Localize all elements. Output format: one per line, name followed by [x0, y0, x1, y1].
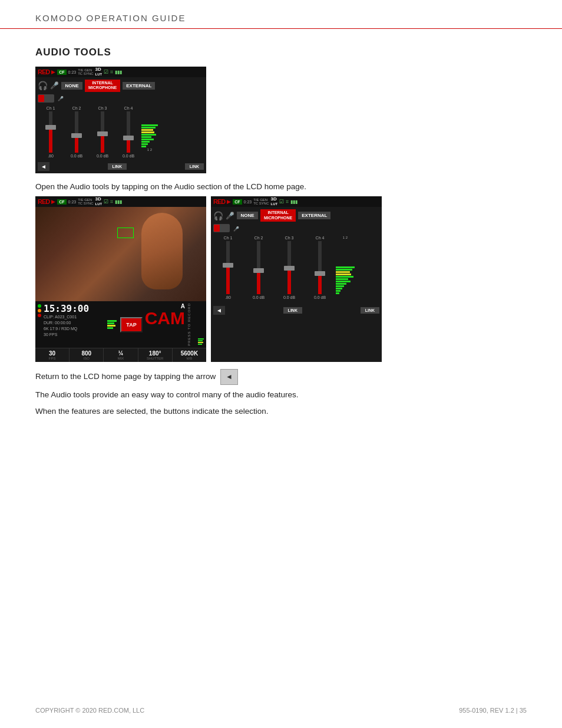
- big-toggle-label: 🎤: [233, 226, 239, 232]
- back-button-small[interactable]: ◄: [38, 162, 49, 171]
- big-ch1-track[interactable]: [226, 241, 230, 294]
- fps-lbl: FPS: [37, 357, 68, 360]
- ch3-track[interactable]: [101, 111, 104, 153]
- big-toggle-knob: [214, 225, 220, 232]
- level-bar: [141, 127, 156, 129]
- footer-wb[interactable]: 5600K WB: [173, 348, 206, 362]
- big-level-bar: [336, 266, 355, 268]
- cam-logo: RED: [38, 68, 49, 75]
- btn-internal-mic[interactable]: INTERNALMICROPHONE: [85, 80, 120, 92]
- ch2-label: Ch 2: [72, 106, 81, 110]
- footer-shutter[interactable]: 180° SHUTTER: [138, 348, 173, 362]
- big-statusbar: RED ▶ CF 0:23 T/E GENTC SYNC 3DLUT ☑ ⌗ ▮…: [211, 196, 382, 207]
- big-level-bar: [336, 283, 346, 285]
- lcd-home-screenshot: RED ▶ CF 0:23 T/E GENTC SYNC 3DLUT ☑ ⌗ ▮…: [35, 196, 206, 362]
- btn-external[interactable]: EXTERNAL: [123, 82, 155, 90]
- ch2-handle[interactable]: [71, 133, 82, 138]
- footer-right: 955-0190, REV 1.2 | 35: [459, 707, 527, 714]
- footer-fps[interactable]: 30 FPS: [35, 348, 70, 362]
- lcd-tc: 0:23: [68, 200, 77, 204]
- cam-battery-icon: ▮▮▮: [115, 70, 122, 75]
- lcd-right-meter: [198, 303, 204, 346]
- audio-panel-big: RED ▶ CF 0:23 T/E GENTC SYNC 3DLUT ☑ ⌗ ▮…: [211, 196, 382, 362]
- big-audio-body: 🎧 🎤 NONE INTERNALMICROPHONE EXTERNAL 🎤 C…: [211, 207, 382, 317]
- big-back-button[interactable]: ◄: [213, 306, 225, 315]
- big-fader-section: Ch 1 .80 Ch 2 0.0 dB: [213, 236, 379, 304]
- lcd-mini-meter: [107, 320, 117, 329]
- face-silhouette: [141, 213, 183, 289]
- btn-none[interactable]: NONE: [61, 82, 82, 90]
- toggle-label: 🎤: [58, 96, 64, 101]
- big-ch2-db: 0.0 dB: [253, 295, 265, 299]
- big-level-meter: 1 2: [336, 236, 355, 304]
- ch2-meter: [75, 136, 78, 153]
- footer-left: COPYRIGHT © 2020 RED.COM, LLC: [35, 707, 144, 714]
- fader-ch4: Ch 4 0.0 dB: [115, 106, 141, 160]
- cam-ui-small: RED ▶ CF 0:23 T/E GENTC SYNC 3DLUT ☑ ⌗ ▮…: [35, 67, 206, 173]
- big-fader-ch2: Ch 2 0.0 dB: [244, 236, 273, 304]
- header-title: KOMODO OPERATION GUIDE: [35, 13, 186, 23]
- ch1-meter: [49, 128, 52, 153]
- big-btn-external[interactable]: EXTERNAL: [298, 212, 330, 219]
- big-link-button-1[interactable]: LINK: [283, 307, 302, 314]
- ch3-meter: [101, 134, 104, 153]
- ch3-handle[interactable]: [97, 131, 108, 136]
- big-ch2-track[interactable]: [257, 241, 260, 294]
- big-ch2-handle[interactable]: [253, 268, 264, 273]
- big-audio-footer: ◄ LINK LINK: [213, 306, 379, 315]
- lcd-bottom-bar: 15:39:00 CLIP: A023_C001 DUR: 00:00:00 6…: [35, 301, 206, 348]
- big-ch1-label: Ch 1: [224, 236, 233, 240]
- mini-bar: [107, 322, 114, 324]
- iso-lbl: ISO: [71, 357, 102, 360]
- ch4-track[interactable]: [127, 111, 130, 153]
- footer-mix[interactable]: ¼ MIX: [104, 348, 138, 362]
- cam-te-gen: T/E GENTC SYNC: [78, 68, 93, 75]
- big-ch3-track[interactable]: [287, 241, 291, 294]
- big-btn-internal-mic[interactable]: INTERNALMICROPHONE: [260, 209, 296, 222]
- cam-wifi-icon: ⌗: [110, 69, 113, 75]
- fps-val: 30: [37, 350, 68, 357]
- big-link-button-2[interactable]: LINK: [361, 307, 379, 314]
- big-ch3-handle[interactable]: [284, 266, 295, 271]
- audio-toggle-row: 🎤: [38, 94, 204, 104]
- press-to-record: PRESS TO RECORD: [187, 303, 196, 346]
- ch1-track[interactable]: [49, 111, 52, 153]
- level-bar: [141, 139, 154, 140]
- big-ch4-handle[interactable]: [315, 271, 325, 276]
- ch1-handle[interactable]: [45, 125, 56, 130]
- big-ch4-label: Ch 4: [316, 236, 325, 240]
- footer-iso[interactable]: 800 ISO: [70, 348, 104, 362]
- big-ch3-meter: [287, 268, 291, 294]
- big-ch3-db: 0.0 dB: [283, 295, 295, 299]
- page-header: KOMODO OPERATION GUIDE: [0, 0, 562, 29]
- big-ch1-meter: [226, 265, 230, 295]
- big-3d-lut: 3DLUT: [271, 197, 278, 206]
- big-ch3-label: Ch 3: [285, 236, 294, 240]
- ch1-db: .80: [48, 154, 54, 158]
- lcd-arrow: ▶: [51, 199, 55, 205]
- ch2-track[interactable]: [75, 111, 78, 153]
- big-level-bar: [336, 290, 340, 292]
- link-button-2-small[interactable]: LINK: [185, 163, 204, 170]
- big-level-bar: [336, 269, 352, 271]
- big-audio-toggle[interactable]: [213, 224, 230, 232]
- big-ch4-db: 0.0 dB: [314, 295, 326, 299]
- mic-icon: 🎤: [50, 81, 59, 90]
- screenshot-audio-panel-small: RED ▶ CF 0:23 T/E GENTC SYNC 3DLUT ☑ ⌗ ▮…: [35, 67, 527, 173]
- cam-label-block: A CAM: [145, 303, 185, 327]
- audio-footer-small: ◄ LINK LINK: [38, 162, 204, 171]
- big-ch1-handle[interactable]: [223, 263, 233, 268]
- r-bar: [198, 340, 203, 341]
- cam-3d-lut: 3DLUT: [95, 67, 103, 77]
- tap-button[interactable]: TAP: [120, 317, 142, 332]
- link-button-1-small[interactable]: LINK: [108, 163, 127, 170]
- fader-ch1: Ch 1 .80: [38, 106, 64, 160]
- big-ch4-track[interactable]: [318, 241, 322, 294]
- audio-toggle[interactable]: [38, 94, 54, 103]
- ch4-meter: [127, 138, 130, 153]
- ch4-handle[interactable]: [123, 136, 134, 140]
- body-text-4: When the features are selected, the butt…: [35, 405, 527, 418]
- audio-toggle-knob: [38, 95, 44, 102]
- fader-ch2: Ch 2 0.0 dB: [64, 106, 90, 160]
- big-btn-none[interactable]: NONE: [237, 212, 258, 219]
